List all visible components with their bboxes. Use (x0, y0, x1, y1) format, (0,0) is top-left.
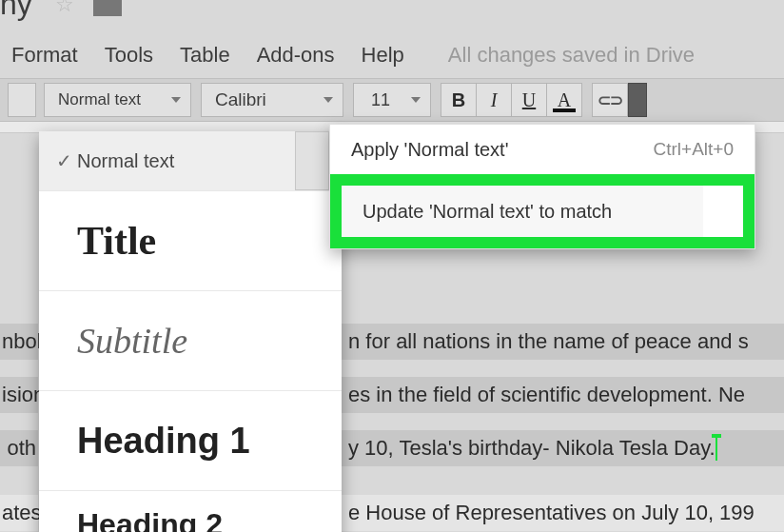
font-size-label: 11 (371, 90, 390, 110)
italic-button[interactable]: I (476, 83, 512, 117)
chevron-down-icon (411, 97, 421, 103)
document-title[interactable]: hy (0, 0, 32, 22)
style-option-heading-1[interactable]: Heading 1 (39, 390, 342, 490)
style-option-label: Heading 2 (77, 507, 223, 532)
style-option-label: Normal text (77, 150, 174, 172)
toolbar-button-stub[interactable] (8, 83, 36, 117)
text-color-button[interactable]: A (546, 83, 582, 117)
bold-button[interactable]: B (441, 83, 477, 117)
body-text-fragment: ision (0, 377, 38, 413)
save-status: All changes saved in Drive (448, 43, 695, 68)
highlight-box: Update 'Normal text' to match (330, 174, 755, 248)
check-icon: ✓ (56, 149, 72, 172)
chevron-down-icon (171, 97, 181, 103)
paragraph-style-label: Normal text (58, 90, 141, 109)
menu-table[interactable]: Table (180, 43, 230, 68)
submenu-apply-normal-text[interactable]: Apply 'Normal text' Ctrl+Alt+0 (330, 125, 755, 174)
body-text-line: y 10, Tesla's birthday- Nikola Tesla Day… (339, 430, 784, 466)
body-text-fragment: nbol (0, 324, 38, 360)
style-option-title[interactable]: Title (39, 190, 342, 290)
menu-format[interactable]: Format (11, 43, 78, 68)
font-family-dropdown[interactable]: Calibri (201, 83, 343, 117)
underline-button[interactable]: U (511, 83, 547, 117)
style-submenu: Apply 'Normal text' Ctrl+Alt+0 Update 'N… (329, 124, 755, 249)
style-option-subtitle[interactable]: Subtitle (39, 290, 342, 390)
body-text-fragment: oth (0, 430, 38, 466)
style-option-label: Title (77, 218, 156, 264)
body-text-line: e House of Representatives on July 10, 1… (339, 495, 784, 531)
insert-link-button[interactable]: ⊂⊃ (592, 83, 628, 117)
menu-tools[interactable]: Tools (105, 43, 153, 68)
body-text-line: es in the field of scientific developmen… (339, 377, 784, 413)
paragraph-style-dropdown[interactable]: Normal text (44, 83, 191, 117)
toolbar: Normal text Calibri 11 B I U A ⊂⊃ (0, 78, 784, 122)
folder-icon[interactable] (93, 0, 122, 16)
style-option-label: Subtitle (77, 320, 187, 362)
keyboard-shortcut: Ctrl+Alt+0 (654, 139, 734, 160)
style-option-heading-2[interactable]: Heading 2 (39, 490, 342, 532)
submenu-item-label: Update 'Normal text' to match (363, 201, 612, 223)
insert-group: ⊂⊃ (592, 83, 647, 117)
menu-addons[interactable]: Add-ons (257, 43, 335, 68)
menu-help[interactable]: Help (362, 43, 404, 68)
style-option-label: Heading 1 (77, 421, 250, 462)
paragraph-styles-menu: ✓ Normal text Title Subtitle Heading 1 H… (39, 131, 342, 532)
body-text-fragment: ates (0, 495, 38, 531)
submenu-anchor (295, 131, 329, 190)
submenu-update-normal-text[interactable]: Update 'Normal text' to match (342, 186, 703, 237)
toolbar-button-stub[interactable] (628, 83, 647, 117)
menu-bar: Format Tools Table Add-ons Help All chan… (11, 38, 695, 72)
chevron-down-icon (323, 97, 333, 103)
submenu-item-label: Apply 'Normal text' (351, 139, 508, 161)
font-family-label: Calibri (215, 89, 266, 110)
star-icon[interactable]: ☆ (55, 0, 74, 17)
text-format-group: B I U A (441, 83, 582, 117)
text-cursor (715, 438, 717, 461)
font-size-dropdown[interactable]: 11 (353, 83, 431, 117)
body-text-line: n for all nations in the name of peace a… (339, 324, 784, 360)
